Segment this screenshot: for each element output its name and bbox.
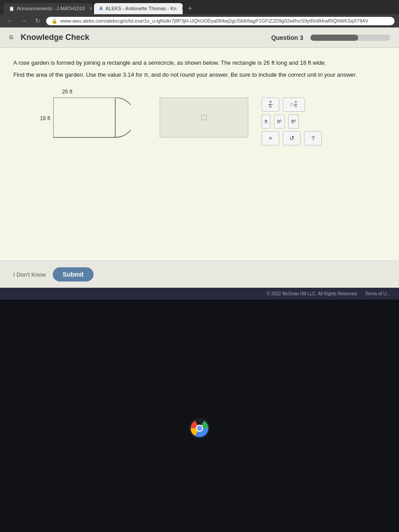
answer-keypad: a b □ a b ft ft²	[262, 98, 322, 145]
problem-text-1: A rose garden is formed by joining a rec…	[13, 59, 386, 68]
chrome-logo	[188, 417, 211, 439]
undo-button[interactable]: ↺	[283, 131, 301, 145]
clear-button[interactable]: ×	[262, 131, 279, 145]
terms-link[interactable]: Terms of U...	[365, 291, 390, 296]
help-button[interactable]: ?	[304, 131, 322, 145]
svg-point-4	[197, 426, 202, 431]
ft2-button[interactable]: ft²	[274, 114, 285, 129]
tab-aleks[interactable]: A ALEKS - Antionette Thomas - Kn ✕	[94, 3, 183, 14]
mixed-fraction-button[interactable]: □ a b	[283, 98, 305, 112]
lock-icon: 🔒	[51, 18, 58, 24]
aleks-copyright: © 2022 McGraw Hill LLC. All Rights Reser…	[0, 288, 399, 300]
reload-button[interactable]: ↻	[33, 16, 43, 25]
hamburger-icon[interactable]: ≡	[9, 33, 14, 42]
tab-favicon-2: A	[99, 6, 103, 11]
aleks-page: ≡ Knowledge Check Question 3 A rose gard…	[0, 27, 399, 300]
aleks-content: A rose garden is formed by joining a rec…	[0, 48, 399, 261]
browser-chrome: 📋 Announcements - J-MATH1010 ✕ A ALEKS -…	[0, 0, 399, 27]
answer-cursor: □	[201, 112, 207, 122]
forward-button[interactable]: →	[19, 16, 29, 25]
answer-input-box[interactable]: □	[160, 98, 248, 137]
keypad-row-2: ft ft² ft³	[262, 114, 322, 129]
progress-bar	[310, 35, 390, 41]
tab-close-2[interactable]: ✕	[181, 6, 183, 12]
progress-bar-fill	[310, 35, 358, 41]
tab-label-2: ALEKS - Antionette Thomas - Kn	[106, 6, 176, 11]
copyright-text: © 2022 McGraw Hill LLC. All Rights Reser…	[267, 291, 358, 296]
ft-button[interactable]: ft	[262, 114, 270, 129]
address-bar-row: ← → ↻ 🔒 www-awu.aleks.com/alekscgi/x/lsl…	[0, 14, 399, 27]
add-tab-button[interactable]: +	[184, 3, 196, 14]
ft3-button[interactable]: ft³	[288, 114, 299, 129]
tab-announcements[interactable]: 📋 Announcements - J-MATH1010 ✕	[4, 3, 92, 14]
dimension-top-label: 26 ft	[62, 89, 72, 95]
keypad-row-1: a b □ a b	[262, 98, 322, 112]
question-label: Question 3	[271, 34, 303, 41]
address-bar[interactable]: 🔒 www-awu.aleks.com/alekscgi/x/lsl.exe/1…	[46, 17, 395, 25]
dark-bottom-area	[0, 300, 399, 532]
submit-button[interactable]: Submit	[53, 267, 93, 282]
garden-diagram: 26 ft 18 ft	[40, 89, 146, 160]
garden-shape-svg	[53, 98, 131, 146]
url-text: www-awu.aleks.com/alekscgi/x/lsl.exe/1o_…	[60, 18, 368, 23]
tab-label-1: Announcements - J-MATH1010	[17, 6, 85, 11]
dimension-left-label: 18 ft	[40, 115, 50, 121]
diagram-area: 26 ft 18 ft □	[13, 89, 386, 160]
aleks-header: ≡ Knowledge Check Question 3	[0, 27, 399, 48]
tab-favicon-1: 📋	[9, 6, 14, 11]
svg-rect-0	[53, 98, 115, 137]
problem-text-2: Find the area of the garden. Use the val…	[13, 70, 386, 80]
fraction-button[interactable]: a b	[262, 98, 279, 112]
keypad-row-3: × ↺ ?	[262, 131, 322, 145]
aleks-footer: I Don't Know Submit	[0, 261, 399, 288]
back-button[interactable]: ←	[4, 16, 15, 25]
page-title: Knowledge Check	[21, 33, 264, 42]
dont-know-button[interactable]: I Don't Know	[13, 271, 46, 278]
tab-close-1[interactable]: ✕	[89, 6, 92, 12]
tab-bar: 📋 Announcements - J-MATH1010 ✕ A ALEKS -…	[0, 0, 399, 14]
